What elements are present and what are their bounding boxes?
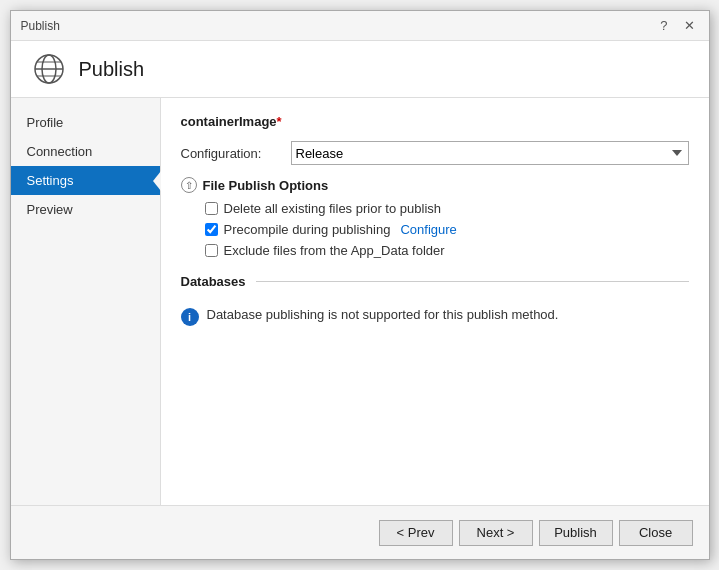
precompile-label: Precompile during publishing: [224, 222, 391, 237]
prev-button[interactable]: < Prev: [379, 520, 453, 546]
main-content: containerImage* Configuration: Debug Rel…: [161, 98, 709, 505]
file-publish-options-label: File Publish Options: [203, 178, 329, 193]
title-bar-left: Publish: [21, 19, 60, 33]
database-info-row: i Database publishing is not supported f…: [181, 299, 689, 334]
configuration-label: Configuration:: [181, 146, 291, 161]
databases-label: Databases: [181, 274, 246, 289]
sidebar-item-preview[interactable]: Preview: [11, 195, 160, 224]
delete-existing-checkbox[interactable]: [205, 202, 218, 215]
body-area: Profile Connection Settings Preview cont…: [11, 98, 709, 505]
globe-icon: [31, 51, 67, 87]
divider-line: [256, 281, 689, 282]
precompile-checkbox[interactable]: [205, 223, 218, 236]
info-icon: i: [181, 308, 199, 326]
sidebar-item-profile[interactable]: Profile: [11, 108, 160, 137]
sidebar-item-settings[interactable]: Settings: [11, 166, 160, 195]
exclude-appdata-row: Exclude files from the App_Data folder: [181, 243, 689, 258]
section-heading: containerImage*: [181, 114, 689, 129]
publish-dialog: Publish ? ✕ Publish Profile Conne: [10, 10, 710, 560]
close-window-button[interactable]: ✕: [680, 19, 699, 32]
configuration-row: Configuration: Debug Release: [181, 141, 689, 165]
header-area: Publish: [11, 41, 709, 98]
database-info-text: Database publishing is not supported for…: [207, 307, 559, 322]
collapse-icon: ⇧: [181, 177, 197, 193]
databases-divider: Databases: [181, 274, 689, 289]
configure-link[interactable]: Configure: [400, 222, 456, 237]
publish-button[interactable]: Publish: [539, 520, 613, 546]
title-bar: Publish ? ✕: [11, 11, 709, 41]
exclude-appdata-label: Exclude files from the App_Data folder: [224, 243, 445, 258]
next-button[interactable]: Next >: [459, 520, 533, 546]
precompile-row: Precompile during publishing Configure: [181, 222, 689, 237]
help-button[interactable]: ?: [656, 19, 671, 32]
sidebar: Profile Connection Settings Preview: [11, 98, 161, 505]
title-bar-right: ? ✕: [656, 19, 698, 32]
footer: < Prev Next > Publish Close: [11, 505, 709, 559]
sidebar-item-connection[interactable]: Connection: [11, 137, 160, 166]
required-star: *: [277, 114, 282, 129]
header-title: Publish: [79, 58, 145, 81]
delete-existing-label: Delete all existing files prior to publi…: [224, 201, 442, 216]
close-button[interactable]: Close: [619, 520, 693, 546]
exclude-appdata-checkbox[interactable]: [205, 244, 218, 257]
delete-existing-row: Delete all existing files prior to publi…: [181, 201, 689, 216]
file-publish-options-header[interactable]: ⇧ File Publish Options: [181, 177, 689, 193]
configuration-select[interactable]: Debug Release: [291, 141, 689, 165]
title-bar-title: Publish: [21, 19, 60, 33]
